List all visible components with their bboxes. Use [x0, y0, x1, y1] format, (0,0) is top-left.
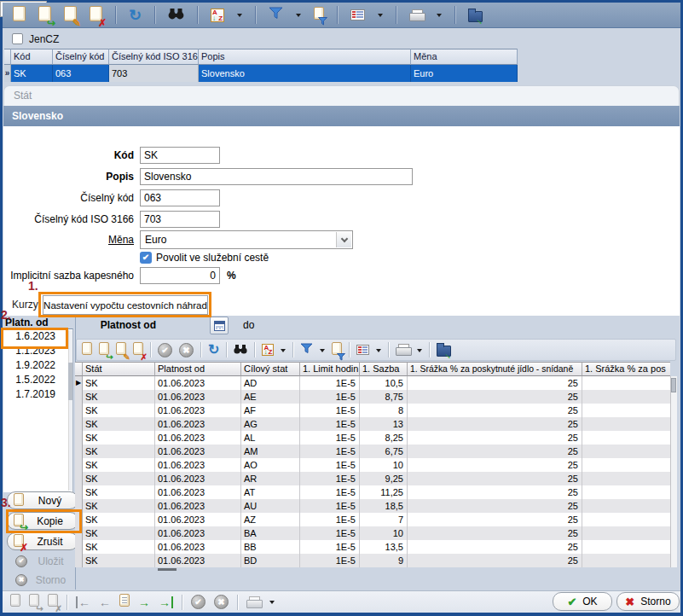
- column-header[interactable]: Měna: [411, 49, 518, 65]
- sort-az-icon[interactable]: A↓Z: [262, 344, 274, 356]
- filter-icon[interactable]: [269, 7, 283, 23]
- mena-label[interactable]: Měna: [2, 231, 134, 248]
- grid-row[interactable]: SK 01.06.2023 AD 1E-5 10,5 25: [75, 376, 670, 390]
- confirm-icon-disabled[interactable]: ✔: [191, 595, 205, 609]
- grid-row[interactable]: SK 01.06.2023 AM 1E-5 6,75 25: [75, 445, 670, 458]
- date-list-scrollbar-thumb[interactable]: [68, 363, 72, 400]
- grid-row[interactable]: SK 01.06.2023 BD 1E-5 9 25: [75, 554, 670, 567]
- grid-column-header[interactable]: 1. Srážka % za poskytnuté jídlo - snídan…: [408, 362, 582, 376]
- columns-icon[interactable]: [350, 9, 365, 20]
- ok-button[interactable]: ✔ OK: [553, 592, 612, 611]
- storno-button-disabled[interactable]: ✖ Storno: [7, 571, 78, 589]
- sort-dropdown-icon[interactable]: [281, 349, 286, 355]
- kapesne-field[interactable]: [140, 267, 220, 284]
- print-dropdown-icon[interactable]: [417, 349, 422, 355]
- column-header[interactable]: Číselný kód ISO 3166: [109, 49, 199, 65]
- ulozit-button-disabled[interactable]: ✔ Uložit: [7, 552, 78, 570]
- copy-icon[interactable]: ↪: [38, 6, 51, 25]
- search-binoculars-icon[interactable]: [168, 8, 184, 23]
- grid-vertical-scrollbar[interactable]: [670, 376, 677, 567]
- jencz-checkbox[interactable]: [12, 33, 23, 44]
- first-record-icon[interactable]: ←: [76, 596, 90, 608]
- columns-dropdown-icon[interactable]: [378, 14, 383, 20]
- date-list-scrollbar[interactable]: [68, 330, 72, 491]
- copy-icon-disabled[interactable]: ↪: [29, 594, 39, 610]
- new-icon-disabled[interactable]: [10, 594, 20, 610]
- popis-field[interactable]: [140, 168, 413, 185]
- new-icon[interactable]: [82, 342, 92, 358]
- columns-dropdown-icon[interactable]: [376, 349, 381, 355]
- export-icon[interactable]: →: [437, 346, 451, 357]
- delete-icon[interactable]: ✗: [133, 342, 143, 358]
- grid-row[interactable]: SK 01.06.2023 AF 1E-5 8 25: [75, 404, 670, 417]
- record-list-icon[interactable]: [119, 594, 130, 610]
- filter-values-icon[interactable]: [332, 342, 342, 358]
- delete-icon-disabled[interactable]: ✗: [48, 594, 58, 610]
- grid-column-header[interactable]: Platnost od: [155, 362, 241, 376]
- zrusit-button[interactable]: ✗ Zrušit: [7, 532, 78, 550]
- delete-icon[interactable]: ✗: [90, 6, 102, 25]
- grid-row[interactable]: SK 01.06.2023 AT 1E-5 11,25 25: [75, 485, 670, 499]
- print-icon[interactable]: [396, 344, 410, 356]
- previous-record-icon[interactable]: ←: [99, 596, 111, 608]
- column-header[interactable]: Číselný kód: [53, 49, 109, 65]
- novy-button[interactable]: Nový: [7, 491, 78, 509]
- validity-date-list[interactable]: 1.6.20231.1.20231.9.20221.5.20221.7.2019: [3, 328, 73, 492]
- next-record-icon[interactable]: →: [138, 596, 150, 608]
- new-icon[interactable]: [13, 6, 26, 25]
- print-icon[interactable]: [409, 9, 424, 21]
- povolit-checkbox[interactable]: ✔: [140, 252, 152, 264]
- cancel-icon-disabled[interactable]: ✖: [179, 343, 194, 357]
- date-list-item[interactable]: 1.7.2019: [3, 387, 72, 402]
- grid-row[interactable]: SK 01.06.2023 AL 1E-5 8,25 25: [75, 431, 670, 445]
- grid-column-header[interactable]: Cílový stat: [241, 362, 300, 376]
- print-dropdown-icon[interactable]: [269, 601, 275, 607]
- grid-vertical-scrollbar-thumb[interactable]: [671, 378, 676, 392]
- iso-field[interactable]: [140, 211, 220, 228]
- last-record-icon[interactable]: →: [159, 596, 173, 608]
- print-icon-disabled[interactable]: [246, 596, 261, 608]
- columns-icon[interactable]: [356, 345, 369, 355]
- edit-icon[interactable]: ✎: [116, 342, 126, 358]
- mena-combobox[interactable]: Euro: [140, 230, 353, 249]
- grid-row[interactable]: SK 01.06.2023 AR 1E-5 9,25 25: [75, 472, 670, 485]
- grid-row[interactable]: SK 01.06.2023 AZ 1E-5 7 25: [75, 513, 670, 526]
- confirm-icon-disabled[interactable]: ✔: [158, 343, 172, 357]
- edit-icon[interactable]: ✎: [64, 6, 77, 25]
- grid-column-header[interactable]: Stát: [83, 362, 155, 376]
- sort-dropdown-icon[interactable]: [237, 14, 242, 20]
- grid-row[interactable]: SK 01.06.2023 BA 1E-5 10 25: [75, 526, 670, 540]
- column-header[interactable]: Kód: [11, 49, 53, 65]
- grid-row[interactable]: SK 01.06.2023 BB 1E-5 13,5 25: [75, 540, 670, 554]
- column-header[interactable]: Popis: [199, 49, 411, 65]
- copy-icon[interactable]: ↪: [99, 342, 109, 358]
- grid-row[interactable]: SK 01.06.2023 AG 1E-5 13 25: [75, 417, 670, 431]
- cancel-icon-disabled[interactable]: ✖: [214, 595, 229, 609]
- calendar-button[interactable]: [210, 317, 229, 334]
- kod-field[interactable]: [140, 147, 220, 164]
- filter-icon[interactable]: [300, 342, 313, 357]
- countries-table-selected-row[interactable]: » SK 063 703 Slovensko Euro: [4, 65, 518, 82]
- grid-horizontal-scroll-grip[interactable]: [158, 568, 177, 571]
- grid-column-header[interactable]: 1. Sazba: [360, 362, 408, 376]
- mena-dropdown-button[interactable]: [336, 232, 351, 247]
- date-list-item[interactable]: 1.5.2022: [3, 373, 72, 387]
- filter-values-icon[interactable]: [314, 7, 324, 23]
- grid-row[interactable]: SK 01.06.2023 AO 1E-5 10 25: [75, 458, 670, 472]
- refresh-icon[interactable]: ↻: [208, 343, 219, 357]
- search-binoculars-icon[interactable]: [234, 342, 247, 357]
- print-dropdown-icon[interactable]: [437, 14, 442, 20]
- storno-button[interactable]: ✖ Storno: [616, 592, 680, 611]
- ciselny-kod-field[interactable]: [140, 189, 220, 206]
- export-icon[interactable]: →: [468, 11, 483, 22]
- grid-row[interactable]: SK 01.06.2023 AE 1E-5 8,75 25: [75, 390, 670, 404]
- grid-column-header[interactable]: 1. Limit hodin: [300, 362, 360, 376]
- tab-kurzy[interactable]: Kurzy: [12, 299, 38, 311]
- date-list-item[interactable]: 1.9.2022: [3, 358, 72, 373]
- grid-column-header[interactable]: 1. Srážka % za pos: [582, 362, 670, 376]
- refresh-icon[interactable]: ↻: [129, 9, 142, 22]
- sort-az-icon[interactable]: A↓Z: [211, 9, 224, 22]
- filter-dropdown-icon[interactable]: [296, 14, 301, 20]
- filter-dropdown-icon[interactable]: [320, 349, 325, 355]
- grid-row[interactable]: SK 01.06.2023 AU 1E-5 18,5 25: [75, 499, 670, 513]
